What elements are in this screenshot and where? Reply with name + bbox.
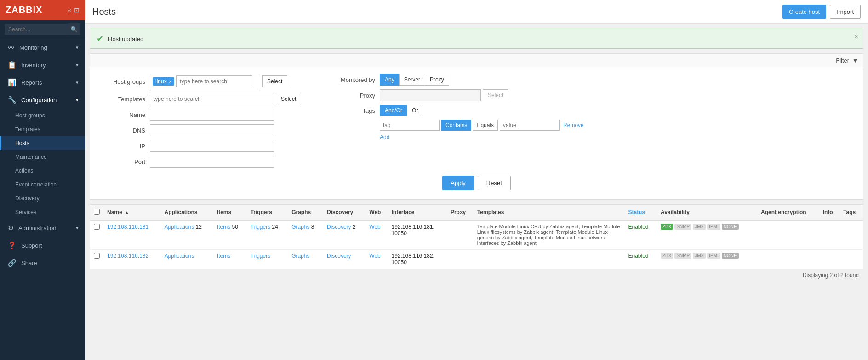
col-proxy-header[interactable]: Proxy	[447, 205, 474, 221]
col-agent-encryption-header[interactable]: Agent encryption	[757, 205, 819, 221]
row1-zbx-badge: ZBX	[661, 224, 673, 230]
row2-checkbox[interactable]	[94, 253, 100, 259]
equals-button[interactable]: Equals	[473, 120, 498, 131]
collapse-icon[interactable]: «	[68, 6, 71, 14]
filter-left-col: Host groups linux × Select	[99, 74, 311, 171]
proxy-select-button[interactable]: Select	[483, 89, 508, 101]
administration-chevron: ▾	[76, 225, 79, 231]
col-tags-header[interactable]: Tags	[839, 205, 863, 221]
sidebar-item-inventory[interactable]: 📋 Inventory ▾	[0, 56, 85, 74]
row2-graphs-link[interactable]: Graphs	[291, 253, 309, 259]
row1-interface-value: 192.168.116.181:10050	[392, 224, 434, 237]
col-interface-header[interactable]: Interface	[388, 205, 447, 221]
col-templates-header[interactable]: Templates	[474, 205, 625, 221]
row2-applications-link[interactable]: Applications	[165, 253, 194, 259]
event-correlation-label: Event correlation	[15, 181, 57, 188]
row1-graphs-link[interactable]: Graphs	[291, 224, 309, 230]
sidebar-item-hosts[interactable]: Hosts	[0, 136, 85, 150]
sidebar-item-discovery[interactable]: Discovery	[0, 192, 85, 205]
col-status-header[interactable]: Status	[624, 205, 657, 221]
host-groups-label: Host groups	[99, 78, 150, 85]
sidebar-search-button[interactable]: 🔍	[68, 23, 80, 35]
row2-graphs-cell: Graphs	[288, 250, 323, 269]
reset-button[interactable]: Reset	[478, 176, 511, 190]
sidebar-search-input[interactable]	[5, 24, 68, 35]
tags-or-button[interactable]: Or	[407, 105, 423, 116]
row1-items-link[interactable]: Items	[217, 224, 230, 230]
tag-value-input[interactable]	[500, 120, 560, 131]
host-groups-tag-box[interactable]: linux ×	[150, 74, 260, 89]
col-graphs-header[interactable]: Graphs	[288, 205, 323, 221]
sidebar-item-share[interactable]: 🔗 Share	[0, 254, 85, 272]
row2-status-value: Enabled	[628, 253, 648, 259]
sidebar-item-host-groups[interactable]: Host groups	[0, 109, 85, 122]
sidebar-item-monitoring[interactable]: 👁 Monitoring ▾	[0, 39, 85, 56]
col-name-header[interactable]: Name ▲	[103, 205, 161, 221]
col-triggers-header[interactable]: Triggers	[247, 205, 288, 221]
sidebar-item-actions[interactable]: Actions	[0, 164, 85, 178]
row1-checkbox[interactable]	[94, 224, 100, 230]
host-groups-tag-close[interactable]: ×	[169, 79, 171, 84]
row1-applications-link[interactable]: Applications	[165, 224, 194, 230]
fullscreen-icon[interactable]: ⊡	[74, 6, 80, 14]
col-applications-header[interactable]: Applications	[161, 205, 213, 221]
apply-button[interactable]: Apply	[442, 176, 474, 190]
col-web-header[interactable]: Web	[365, 205, 388, 221]
row1-graphs-count: 8	[311, 224, 314, 230]
row2-triggers-link[interactable]: Triggers	[251, 253, 271, 259]
col-discovery-header[interactable]: Discovery	[323, 205, 365, 221]
page-title: Hosts	[92, 6, 116, 17]
row1-name-link[interactable]: 192.168.116.181	[107, 224, 148, 230]
sidebar-item-maintenance[interactable]: Maintenance	[0, 150, 85, 164]
row1-templates-value: Template Module Linux CPU by Zabbix agen…	[477, 224, 620, 246]
monitored-proxy-button[interactable]: Proxy	[425, 74, 449, 86]
row2-discovery-link[interactable]: Discovery	[327, 253, 351, 259]
monitored-any-button[interactable]: Any	[380, 74, 400, 86]
host-groups-select-button[interactable]: Select	[262, 75, 287, 87]
services-label: Services	[15, 209, 36, 215]
sidebar-item-event-correlation[interactable]: Event correlation	[0, 178, 85, 192]
add-tag-link[interactable]: Add	[380, 134, 389, 140]
monitored-server-button[interactable]: Server	[399, 74, 425, 86]
notification-close-button[interactable]: ×	[854, 33, 858, 41]
monitored-by-group: Any Server Proxy	[380, 74, 449, 86]
row1-ipmi-badge: IPMI	[707, 224, 720, 230]
ip-input[interactable]	[150, 140, 274, 152]
templates-search-input[interactable]	[150, 93, 274, 105]
dns-input[interactable]	[150, 124, 274, 136]
remove-tag-link[interactable]: Remove	[563, 122, 584, 128]
host-groups-search-input[interactable]	[176, 75, 252, 87]
col-items-header[interactable]: Items	[213, 205, 247, 221]
sidebar-item-administration[interactable]: ⚙ Administration ▾	[0, 219, 85, 237]
main-content: Hosts Create host Import ✔ Host updated …	[85, 0, 868, 360]
tag-name-input[interactable]	[380, 120, 440, 131]
row1-interface-cell: 192.168.116.181:10050	[388, 220, 447, 250]
proxy-input[interactable]	[380, 89, 481, 101]
sidebar-item-services[interactable]: Services	[0, 205, 85, 219]
row1-triggers-cell: Triggers 24	[247, 220, 288, 250]
row1-triggers-link[interactable]: Triggers	[251, 224, 271, 230]
templates-select-button[interactable]: Select	[276, 93, 301, 105]
monitoring-label: Monitoring	[19, 44, 47, 51]
sidebar-item-support[interactable]: ❓ Support	[0, 237, 85, 254]
inventory-label: Inventory	[21, 62, 46, 69]
sidebar-item-reports[interactable]: 📊 Reports ▾	[0, 74, 85, 91]
col-info-header[interactable]: Info	[819, 205, 840, 221]
import-button[interactable]: Import	[830, 5, 861, 19]
sidebar-item-templates[interactable]: Templates	[0, 122, 85, 136]
select-all-checkbox[interactable]	[94, 209, 100, 215]
sidebar-item-configuration[interactable]: 🔧 Configuration ▾	[0, 91, 85, 109]
row1-web-link[interactable]: Web	[369, 224, 380, 230]
contains-button[interactable]: Contains	[441, 120, 471, 131]
tags-and-or-button[interactable]: And/Or	[380, 105, 407, 116]
name-input[interactable]	[150, 109, 274, 121]
row1-discovery-link[interactable]: Discovery	[327, 224, 351, 230]
port-input[interactable]	[150, 156, 274, 168]
row2-name-link[interactable]: 192.168.116.182	[107, 253, 148, 259]
row2-items-link[interactable]: Items	[217, 253, 230, 259]
row2-web-link[interactable]: Web	[369, 253, 380, 259]
filter-actions: Apply Reset	[99, 171, 854, 193]
create-host-button[interactable]: Create host	[782, 5, 826, 19]
row1-status-value: Enabled	[628, 224, 648, 230]
col-availability-header[interactable]: Availability	[657, 205, 757, 221]
